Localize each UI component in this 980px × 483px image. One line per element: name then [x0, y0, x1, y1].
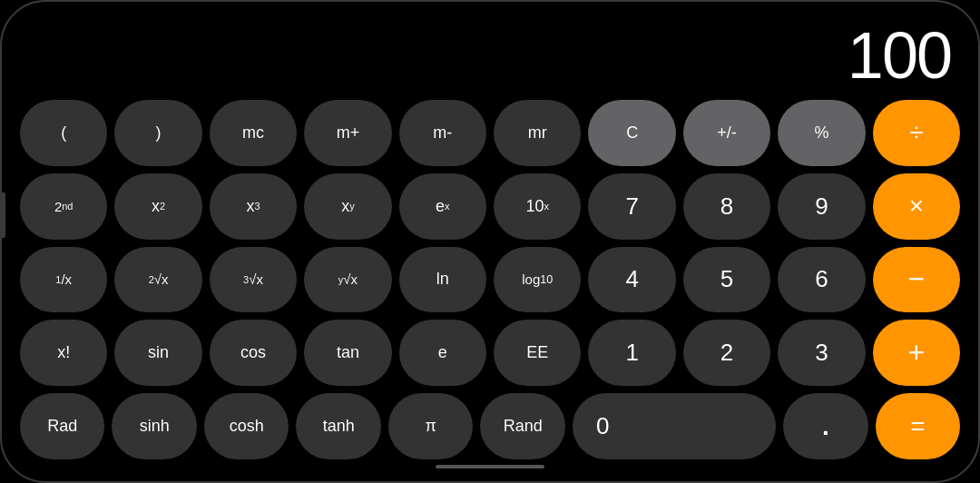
- cos-button[interactable]: cos: [210, 320, 297, 386]
- mc-button[interactable]: mc: [210, 100, 297, 166]
- six-button[interactable]: 6: [778, 247, 865, 313]
- ten-to-x-button[interactable]: 10x: [494, 173, 581, 240]
- row-5: Rad sinh cosh tanh π Rand 0 . =: [20, 393, 960, 459]
- home-indicator: [436, 465, 544, 468]
- one-over-x-button[interactable]: 1/x: [20, 247, 107, 313]
- open-paren-button[interactable]: (: [20, 100, 107, 166]
- second-button[interactable]: 2nd: [20, 173, 107, 240]
- m-minus-button[interactable]: m-: [399, 100, 486, 166]
- cosh-button[interactable]: cosh: [204, 393, 289, 459]
- tanh-button[interactable]: tanh: [296, 393, 380, 459]
- nine-button[interactable]: 9: [778, 173, 865, 240]
- one-button[interactable]: 1: [588, 320, 675, 386]
- percent-button[interactable]: %: [778, 100, 865, 166]
- side-button: [2, 192, 5, 238]
- subtract-button[interactable]: −: [873, 247, 960, 313]
- eight-button[interactable]: 8: [683, 173, 770, 240]
- row-4: x! sin cos tan e EE 1 2 3 +: [20, 320, 960, 386]
- rand-button[interactable]: Rand: [480, 393, 564, 459]
- sin-button[interactable]: sin: [114, 320, 201, 386]
- factorial-button[interactable]: x!: [20, 320, 107, 386]
- display-value: 100: [848, 19, 951, 92]
- e-button[interactable]: e: [399, 320, 486, 386]
- tan-button[interactable]: tan: [304, 320, 391, 386]
- five-button[interactable]: 5: [683, 247, 770, 313]
- x-cubed-button[interactable]: x3: [210, 173, 297, 240]
- add-button[interactable]: +: [873, 320, 960, 386]
- mr-button[interactable]: mr: [494, 100, 581, 166]
- divide-button[interactable]: ÷: [873, 100, 960, 166]
- log10-button[interactable]: log10: [494, 247, 581, 313]
- clear-button[interactable]: C: [588, 100, 675, 166]
- equals-button[interactable]: =: [876, 393, 960, 459]
- close-paren-button[interactable]: ): [114, 100, 201, 166]
- display-area: 100: [20, 18, 960, 100]
- three-button[interactable]: 3: [778, 320, 865, 386]
- row-3: 1/x 2√x 3√x y√x ln log10 4 5 6 −: [20, 247, 960, 313]
- e-to-x-button[interactable]: ex: [399, 173, 486, 240]
- plus-minus-button[interactable]: +/-: [683, 100, 770, 166]
- sinh-button[interactable]: sinh: [112, 393, 196, 459]
- rad-button[interactable]: Rad: [20, 393, 104, 459]
- ln-button[interactable]: ln: [399, 247, 486, 313]
- decimal-button[interactable]: .: [783, 393, 867, 459]
- cube-root-button[interactable]: 3√x: [210, 247, 297, 313]
- y-root-button[interactable]: y√x: [304, 247, 391, 313]
- phone-frame: 100 ( ) mc m+ m- mr C +/- % ÷ 2nd x2 x3: [0, 0, 980, 483]
- square-root-button[interactable]: 2√x: [114, 247, 201, 313]
- four-button[interactable]: 4: [588, 247, 675, 313]
- seven-button[interactable]: 7: [588, 173, 675, 240]
- calculator-app: 100 ( ) mc m+ m- mr C +/- % ÷ 2nd x2 x3: [2, 2, 978, 481]
- button-grid: ( ) mc m+ m- mr C +/- % ÷ 2nd x2 x3 xy e…: [20, 100, 960, 459]
- m-plus-button[interactable]: m+: [304, 100, 391, 166]
- row-1: ( ) mc m+ m- mr C +/- % ÷: [20, 100, 960, 166]
- x-to-y-button[interactable]: xy: [304, 173, 391, 240]
- multiply-button[interactable]: ×: [873, 173, 960, 240]
- ee-button[interactable]: EE: [494, 320, 581, 386]
- pi-button[interactable]: π: [388, 393, 473, 459]
- zero-button[interactable]: 0: [573, 393, 776, 459]
- row-2: 2nd x2 x3 xy ex 10x 7 8 9 ×: [20, 173, 960, 240]
- x-squared-button[interactable]: x2: [114, 173, 201, 240]
- two-button[interactable]: 2: [683, 320, 770, 386]
